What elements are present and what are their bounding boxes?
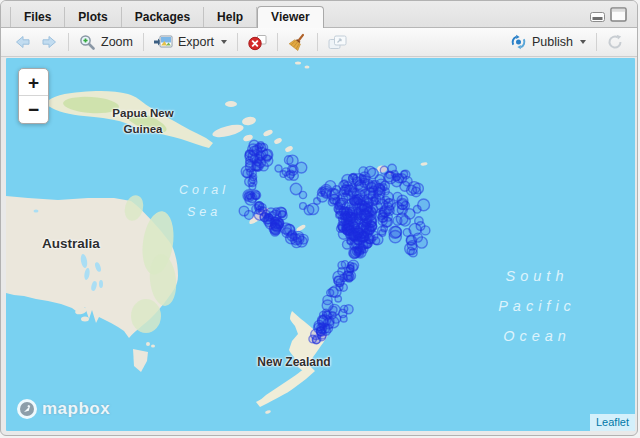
window-controls [590, 7, 627, 22]
red-stop-icon [248, 34, 267, 51]
forward-arrow-icon [41, 35, 58, 49]
publish-button[interactable]: Publish [505, 32, 591, 52]
leaflet-attribution[interactable]: Leaflet [590, 414, 635, 431]
zoom-label: Zoom [101, 35, 133, 49]
land-nz-south-island [256, 365, 315, 407]
publish-label: Publish [532, 35, 573, 49]
land-tasmania [133, 349, 148, 372]
tab-viewer[interactable]: Viewer [257, 6, 323, 28]
island [305, 66, 310, 69]
viewer-toolbar: Zoom Export [1, 28, 637, 57]
publish-icon [510, 34, 527, 50]
tab-bar: FilesPlotsPackagesHelpViewer [1, 1, 637, 28]
lake [34, 210, 39, 213]
remove-viewer-item-button[interactable] [243, 32, 272, 53]
export-button[interactable]: Export [149, 33, 232, 51]
island [225, 101, 237, 107]
island [420, 162, 427, 166]
forward-button[interactable] [36, 33, 63, 51]
island [146, 342, 150, 346]
back-button[interactable] [9, 33, 36, 51]
export-dropdown-caret [221, 40, 227, 44]
publish-dropdown-caret [580, 40, 586, 44]
back-arrow-icon [14, 35, 31, 49]
rstudio-viewer-pane: FilesPlotsPackagesHelpViewer [0, 0, 638, 436]
mapbox-logo[interactable]: mapbox [16, 398, 110, 420]
island [81, 317, 89, 322]
magnifier-plus-icon [79, 34, 96, 50]
maximize-pane-icon[interactable] [610, 7, 627, 22]
island [151, 345, 155, 348]
toolbar-separator [143, 33, 144, 51]
broom-icon [288, 33, 307, 51]
leaflet-map[interactable]: Papua New GuineaAustraliaNew ZealandCora… [6, 58, 635, 431]
quake-markers [239, 140, 430, 344]
refresh-button-disabled[interactable] [602, 32, 629, 52]
land-green [131, 299, 161, 333]
popout-window-icon [328, 35, 347, 50]
export-image-icon [154, 35, 173, 49]
tabs-container: FilesPlotsPackagesHelpViewer [10, 6, 324, 27]
zoom-out-button[interactable]: − [19, 96, 48, 123]
mapbox-wordmark: mapbox [42, 399, 110, 419]
mapbox-logo-icon [16, 398, 38, 420]
tab-files[interactable]: Files [10, 7, 65, 27]
tab-help[interactable]: Help [204, 7, 257, 27]
clear-viewer-button[interactable] [283, 31, 312, 53]
toolbar-separator [68, 33, 69, 51]
tab-packages[interactable]: Packages [122, 7, 204, 27]
toolbar-right-group: Publish [505, 32, 629, 52]
island [273, 137, 282, 145]
export-label: Export [178, 35, 214, 49]
map-canvas [6, 58, 635, 431]
toolbar-separator [277, 33, 278, 51]
island [265, 410, 272, 415]
toolbar-separator [596, 33, 597, 51]
map-zoom-control: + − [18, 68, 49, 124]
minimize-pane-icon[interactable] [590, 12, 605, 22]
island [262, 129, 273, 138]
island [295, 62, 301, 65]
refresh-icon [607, 34, 624, 50]
zoom-in-button[interactable]: + [19, 69, 48, 96]
toolbar-separator [237, 33, 238, 51]
zoom-button[interactable]: Zoom [74, 32, 138, 52]
tab-plots[interactable]: Plots [65, 7, 121, 27]
lake [99, 280, 103, 288]
toolbar-separator [317, 33, 318, 51]
island [241, 116, 256, 126]
island [211, 122, 244, 139]
island [284, 145, 293, 153]
show-in-new-window-button[interactable] [323, 33, 352, 52]
